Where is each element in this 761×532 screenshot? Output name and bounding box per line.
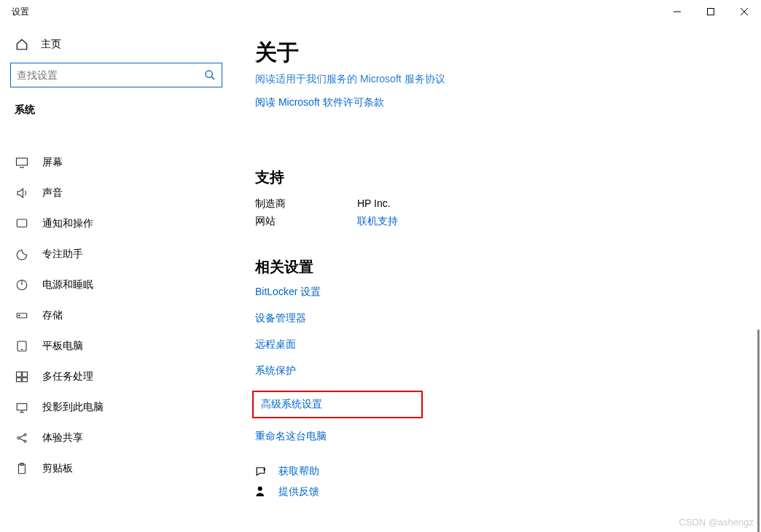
svg-rect-15 [17,372,22,377]
get-help-icon [255,465,268,478]
website-label: 网站 [255,215,357,228]
tablet-icon [15,340,29,353]
svg-rect-18 [23,378,28,382]
get-help-link[interactable]: 获取帮助 [278,465,319,478]
rename-pc-link[interactable]: 重命名这台电脑 [255,430,327,443]
search-icon [204,69,216,81]
svg-line-23 [20,435,24,437]
titlebar: 设置 [0,0,761,23]
sidebar-item-tablet[interactable]: 平板电脑 [0,331,233,361]
svg-point-27 [264,469,265,470]
project-icon [15,401,29,414]
svg-rect-16 [23,372,28,377]
manufacturer-value: HP Inc. [357,197,391,211]
online-support-link[interactable]: 联机支持 [357,215,398,228]
system-protection-link[interactable]: 系统保护 [255,364,296,378]
sidebar-item-label: 体验共享 [42,431,83,445]
svg-point-20 [17,437,20,439]
sound-icon [15,187,29,200]
home-icon [15,38,29,51]
home-label: 主页 [41,38,61,51]
sidebar-item-focus[interactable]: 专注助手 [0,239,233,270]
sidebar-item-label: 多任务处理 [42,370,93,383]
svg-line-24 [20,439,24,441]
display-icon [15,156,29,169]
device-manager-link[interactable]: 设备管理器 [255,312,306,325]
sidebar-item-label: 平板电脑 [42,340,83,353]
manufacturer-label: 制造商 [255,197,357,211]
minimize-button[interactable] [660,0,694,23]
share-icon [15,431,29,445]
svg-rect-6 [17,158,28,165]
sidebar-item-storage[interactable]: 存储 [0,300,233,331]
svg-point-28 [258,487,262,491]
sidebar-item-label: 剪贴板 [42,462,73,475]
sidebar-item-label: 投影到此电脑 [42,401,104,414]
notify-icon [15,217,29,230]
page-title: 关于 [255,38,761,68]
sidebar-item-notifications[interactable]: 通知和操作 [0,208,233,239]
sidebar-item-clipboard[interactable]: 剪贴板 [0,453,233,484]
license-terms-link[interactable]: 阅读 Microsoft 软件许可条款 [255,96,384,109]
remote-desktop-link[interactable]: 远程桌面 [255,338,296,351]
feedback-icon [255,485,268,498]
svg-point-12 [19,315,20,316]
search-input[interactable] [17,69,204,81]
ms-service-agreement-link[interactable]: 阅读适用于我们服务的 Microsoft 服务协议 [255,72,445,86]
sidebar-item-power[interactable]: 电源和睡眠 [0,270,233,300]
sidebar-item-share[interactable]: 体验共享 [0,423,233,453]
svg-line-5 [211,77,214,79]
sidebar-item-label: 通知和操作 [42,217,93,230]
sidebar-item-label: 专注助手 [42,248,83,261]
svg-rect-17 [17,378,22,382]
sidebar-item-label: 声音 [42,187,63,200]
sidebar-item-label: 电源和睡眠 [42,278,93,292]
clipboard-icon [15,462,29,475]
advanced-system-settings-link[interactable]: 高级系统设置 [261,398,322,411]
sidebar-item-multitask[interactable]: 多任务处理 [0,361,233,392]
sidebar-item-display[interactable]: 屏幕 [0,147,233,178]
related-settings-heading: 相关设置 [255,257,761,277]
focus-icon [15,248,29,261]
watermark: CSDN @ashengz [679,517,754,528]
sidebar-item-label: 存储 [42,309,63,322]
svg-rect-1 [708,9,714,15]
close-button[interactable] [727,0,761,23]
window-title: 设置 [12,6,29,18]
content-area: 关于 阅读适用于我们服务的 Microsoft 服务协议 阅读 Microsof… [233,23,761,532]
bitlocker-link[interactable]: BitLocker 设置 [255,286,321,299]
svg-point-21 [24,434,26,436]
support-heading: 支持 [255,168,761,187]
svg-rect-19 [17,404,27,410]
window-controls [660,0,761,23]
scrollbar[interactable] [757,329,760,532]
sidebar-section-label: 系统 [0,98,233,125]
search-input-wrap[interactable] [10,63,222,87]
power-icon [15,278,29,292]
sidebar: 主页 系统 屏幕 声音 通知和操作 [0,23,233,532]
home-nav[interactable]: 主页 [0,31,233,58]
sidebar-item-project[interactable]: 投影到此电脑 [0,392,233,423]
sidebar-item-sound[interactable]: 声音 [0,178,233,208]
sidebar-item-label: 屏幕 [42,156,63,169]
svg-point-4 [206,71,212,77]
maximize-button[interactable] [694,0,727,23]
multitask-icon [15,370,29,383]
svg-point-22 [24,440,26,442]
feedback-link[interactable]: 提供反馈 [278,485,319,498]
svg-rect-8 [17,219,27,227]
storage-icon [15,309,29,322]
highlight-annotation: 高级系统设置 [252,391,423,418]
